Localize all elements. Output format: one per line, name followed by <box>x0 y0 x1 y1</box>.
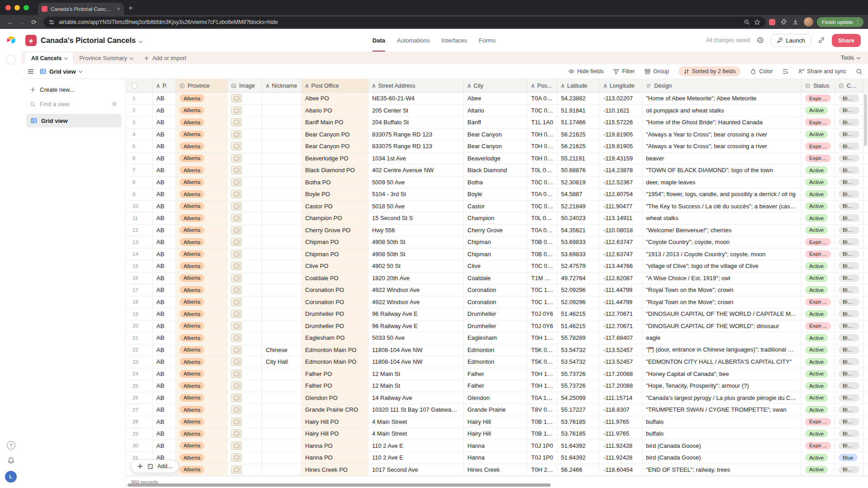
cell-province[interactable]: Alberta <box>176 404 227 416</box>
stamp-image-thumbnail[interactable] <box>231 322 242 330</box>
cell-nickname[interactable] <box>262 392 302 404</box>
cell-color[interactable]: Black <box>835 380 863 392</box>
row-number[interactable]: 27 <box>126 404 153 416</box>
cell-color[interactable]: Black <box>835 440 863 452</box>
cell-province[interactable]: Alberta <box>176 236 227 248</box>
cell-post_office[interactable]: Bear Canyon PO <box>302 141 368 152</box>
cell-image[interactable] <box>227 177 262 188</box>
cell-city[interactable]: Castor <box>464 201 528 212</box>
view-switcher[interactable]: Grid view <box>40 68 82 75</box>
cell-color[interactable]: Black <box>835 141 863 152</box>
cell-color[interactable]: Black <box>835 129 863 141</box>
stamp-image-thumbnail[interactable] <box>231 286 242 294</box>
stamp-image-thumbnail[interactable] <box>231 441 242 450</box>
row-number[interactable]: 23 <box>126 356 153 368</box>
cell-city[interactable]: Abee <box>464 93 528 104</box>
table-row[interactable]: 29ABAlbertaHairy Hill PO4 Main StreetHai… <box>126 428 868 440</box>
cell-design[interactable]: "Honey Capital of Canada"; bee <box>642 368 802 380</box>
cell-lat[interactable]: 56.2466 <box>557 464 600 476</box>
row-number[interactable]: 10 <box>126 201 153 212</box>
cell-status[interactable]: Active <box>802 164 835 176</box>
row-number[interactable]: 28 <box>126 416 153 428</box>
cell-lng[interactable]: -111.9765 <box>600 416 642 428</box>
cell-design[interactable]: "Coyote Country"; coyote, moon <box>642 236 802 248</box>
cell-image[interactable] <box>227 164 262 176</box>
cell-image[interactable] <box>227 236 262 248</box>
help-icon[interactable]: ? <box>7 441 15 450</box>
cell-design[interactable]: "village of Clive"; logo of the village … <box>642 260 802 272</box>
vertical-scrollbar[interactable] <box>864 94 867 146</box>
cell-design[interactable]: "門 (door, entrance in Chinese languages)… <box>642 344 802 356</box>
cell-province[interactable]: Alberta <box>176 117 227 128</box>
cell-street[interactable]: 833075 Range RD 123 <box>368 141 464 152</box>
cell-nickname[interactable] <box>262 177 302 188</box>
workspace-placeholder-icon[interactable] <box>6 55 16 65</box>
cell-nickname[interactable] <box>262 164 302 176</box>
cell-lng[interactable]: -115.57226 <box>600 117 642 128</box>
cell-province[interactable]: Alberta <box>176 201 227 212</box>
cell-status[interactable]: Expired <box>802 117 835 128</box>
cell-image[interactable] <box>227 308 262 320</box>
cell-postal[interactable]: T0J 0Y6 <box>528 320 557 332</box>
stamp-image-thumbnail[interactable] <box>231 130 242 139</box>
cell-lat[interactable]: 53.69833 <box>557 249 600 260</box>
cell-nickname[interactable]: Chinese <box>262 344 302 356</box>
cell-city[interactable]: Drumheller <box>464 308 528 320</box>
cell-postal[interactable]: T0H 1M0 <box>528 380 557 392</box>
cell-nickname[interactable] <box>262 308 302 320</box>
cell-color[interactable]: Black <box>835 188 863 200</box>
cell-province[interactable]: Alberta <box>176 177 227 188</box>
cell-postal[interactable]: T1M 1A0 <box>528 272 557 284</box>
cell-lat[interactable]: 52.09296 <box>557 284 600 296</box>
table-row[interactable]: 15ABAlbertaClive PO4902 50 StCliveT0C 0Y… <box>126 260 868 272</box>
cell-image[interactable] <box>227 464 262 476</box>
notifications-bell-icon[interactable] <box>7 457 15 465</box>
cell-color[interactable]: Black <box>835 260 863 272</box>
cell-image[interactable] <box>227 141 262 152</box>
cell-lat[interactable]: 51.46215 <box>557 308 600 320</box>
cell-postal[interactable]: T0A 0M0 <box>528 188 557 200</box>
select-all-checkbox[interactable] <box>132 83 137 89</box>
cell-postal[interactable]: T0B 0W0 <box>528 236 557 248</box>
stamp-image-thumbnail[interactable] <box>231 250 242 258</box>
cell-province[interactable]: Alberta <box>176 344 227 356</box>
cell-lat[interactable]: 55.73726 <box>557 368 600 380</box>
cell-design[interactable]: "END OF STEEL"; railway, trees <box>642 464 802 476</box>
select-all-header[interactable] <box>126 79 153 92</box>
view-sidebar-toggle[interactable] <box>27 68 34 75</box>
cell-postal[interactable]: T0H 0B0 <box>528 141 557 152</box>
cell-status[interactable]: Active <box>802 452 835 464</box>
row-number[interactable]: 7 <box>126 164 153 176</box>
cell-p[interactable]: AB <box>153 260 176 272</box>
cell-post_office[interactable]: Altario PO <box>302 105 368 117</box>
cell-color[interactable]: Black <box>835 225 863 236</box>
column-header-design[interactable]: Design <box>642 79 802 92</box>
cell-post_office[interactable]: Glendon PO <box>302 392 368 404</box>
cell-postal[interactable]: T0C 1C0 <box>528 284 557 296</box>
cell-province[interactable]: Alberta <box>176 212 227 224</box>
cell-image[interactable] <box>227 93 262 104</box>
base-icon[interactable]: ◈ <box>25 35 37 46</box>
cell-province[interactable]: Alberta <box>176 129 227 141</box>
cell-city[interactable]: Chipman <box>464 236 528 248</box>
cell-design[interactable]: "The Key to Success / La clé du succès";… <box>642 201 802 212</box>
cell-p[interactable]: AB <box>153 129 176 141</box>
extensions-puzzle-icon[interactable] <box>780 19 787 25</box>
cell-post_office[interactable]: Drumheller PO <box>302 320 368 332</box>
cell-street[interactable]: 4922 Windsor Ave <box>368 284 464 296</box>
cell-p[interactable]: AB <box>153 296 176 308</box>
cell-province[interactable]: Alberta <box>176 249 227 260</box>
cell-post_office[interactable]: Champion PO <box>302 212 368 224</box>
cell-street[interactable]: 402 Centre Avenue NW <box>368 164 464 176</box>
row-number[interactable]: 3 <box>126 117 153 128</box>
cell-lat[interactable]: 53.54732 <box>557 356 600 368</box>
airtable-logo[interactable] <box>6 35 16 45</box>
cell-status[interactable]: Active <box>802 284 835 296</box>
cell-lat[interactable]: 55.73726 <box>557 380 600 392</box>
cell-street[interactable]: Hwy 556 <box>368 225 464 236</box>
cell-lat[interactable]: 50.24023 <box>557 212 600 224</box>
cell-color[interactable]: Black <box>835 320 863 332</box>
cell-city[interactable]: Altario <box>464 105 528 117</box>
cell-image[interactable] <box>227 344 262 356</box>
table-row[interactable]: 18ABAlbertaCoronation PO4922 Windsor Ave… <box>126 296 868 309</box>
